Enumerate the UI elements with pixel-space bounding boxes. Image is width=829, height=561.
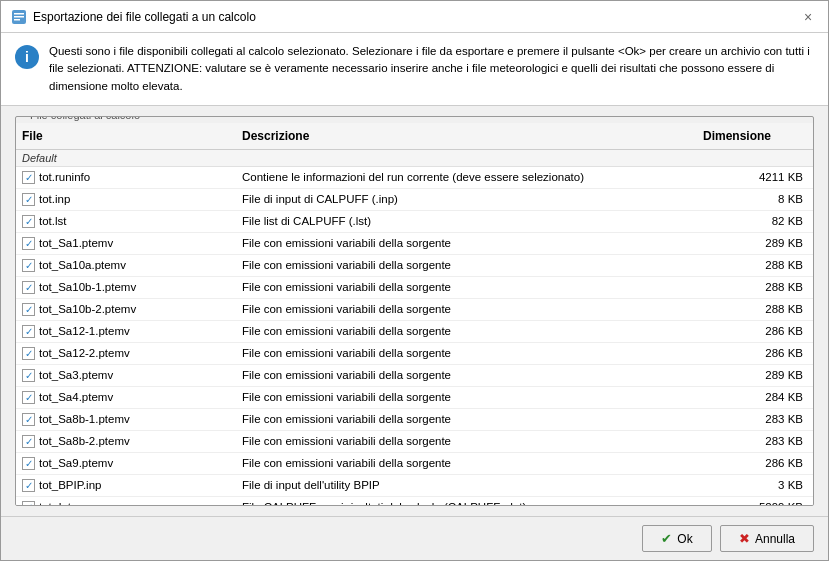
size-cell: 82 KB [713,213,813,229]
file-name: tot_BPIP.inp [39,479,101,491]
size-cell: 283 KB [713,411,813,427]
content-area: File collegati al calcolo File Descrizio… [1,106,828,516]
size-cell: 288 KB [713,301,813,317]
file-cell: ✓tot_Sa8b-1.ptemv [16,411,236,428]
group-box: File collegati al calcolo File Descrizio… [15,116,814,506]
file-cell: ✓tot_BPIP.inp [16,477,236,494]
file-checkbox[interactable]: ✓ [22,325,35,338]
file-checkbox[interactable]: ✓ [22,237,35,250]
file-cell: ✓tot_Sa1.ptemv [16,235,236,252]
table-row[interactable]: ✓tot_Sa3.ptemvFile con emissioni variabi… [16,365,813,387]
table-row[interactable]: ✓tot.inpFile di input di CALPUFF (.inp)8… [16,189,813,211]
size-cell: 286 KB [713,455,813,471]
main-dialog: Esportazione dei file collegati a un cal… [0,0,829,561]
close-button[interactable]: × [798,7,818,27]
table-row[interactable]: ✓tot_BPIP.inpFile di input dell'utility … [16,475,813,497]
table-row[interactable]: ✓tot.lstFile list di CALPUFF (.lst)82 KB [16,211,813,233]
file-checkbox[interactable]: ✓ [22,193,35,206]
file-checkbox[interactable]: ✓ [22,501,35,505]
col-header-scroll [797,127,813,145]
file-checkbox[interactable]: ✓ [22,391,35,404]
size-cell: 289 KB [713,235,813,251]
table-row[interactable]: ✓tot_Sa10a.ptemvFile con emissioni varia… [16,255,813,277]
cancel-button[interactable]: ✖ Annulla [720,525,814,552]
info-icon: i [15,45,39,69]
file-checkbox[interactable]: ✓ [22,369,35,382]
col-header-file: File [16,127,236,145]
file-name: tot_Sa1.ptemv [39,237,113,249]
dialog-title: Esportazione dei file collegati a un cal… [33,10,256,24]
desc-cell: Contiene le informazioni del run corrent… [236,169,713,185]
col-header-size: Dimensione [697,127,797,145]
file-checkbox[interactable]: ✓ [22,479,35,492]
svg-rect-2 [14,16,24,18]
file-name: tot_Sa8b-2.ptemv [39,435,130,447]
desc-cell: File con emissioni variabili della sorge… [236,257,713,273]
ok-icon: ✔ [661,531,672,546]
desc-cell: File di input dell'utility BPIP [236,477,713,493]
desc-cell: File CALPUFF con i risultati del calcolo… [236,499,713,505]
desc-cell: File con emissioni variabili della sorge… [236,279,713,295]
size-cell: 8 KB [713,191,813,207]
table-row[interactable]: ✓tot_Sa10b-2.ptemvFile con emissioni var… [16,299,813,321]
table-body[interactable]: Default✓tot.runinfoContiene le informazi… [16,150,813,505]
file-cell: ✓tot_Sa10a.ptemv [16,257,236,274]
file-cell: ✓tot_Sa12-2.ptemv [16,345,236,362]
file-checkbox[interactable]: ✓ [22,259,35,272]
file-table: File Descrizione Dimensione Default✓tot.… [16,123,813,505]
file-checkbox[interactable]: ✓ [22,171,35,184]
file-name: tot_Sa10a.ptemv [39,259,126,271]
group-default: Default [16,150,813,167]
size-cell: 286 KB [713,323,813,339]
desc-cell: File con emissioni variabili della sorge… [236,235,713,251]
dialog-icon [11,9,27,25]
desc-cell: File con emissioni variabili della sorge… [236,367,713,383]
file-cell: ✓tot_Sa10b-1.ptemv [16,279,236,296]
table-row[interactable]: ✓tot_Sa8b-2.ptemvFile con emissioni vari… [16,431,813,453]
table-row[interactable]: ✓tot_Sa12-2.ptemvFile con emissioni vari… [16,343,813,365]
file-name: tot_Sa3.ptemv [39,369,113,381]
file-name: tot_Sa10b-2.ptemv [39,303,136,315]
table-row[interactable]: ✓tot_Sa10b-1.ptemvFile con emissioni var… [16,277,813,299]
title-bar: Esportazione dei file collegati a un cal… [1,1,828,33]
file-checkbox[interactable]: ✓ [22,435,35,448]
desc-cell: File con emissioni variabili della sorge… [236,433,713,449]
cancel-icon: ✖ [739,531,750,546]
file-name: tot_Sa12-2.ptemv [39,347,130,359]
file-cell: ✓tot_Sa10b-2.ptemv [16,301,236,318]
file-name: tot_Sa10b-1.ptemv [39,281,136,293]
file-name: tot.dat [39,501,71,505]
file-cell: ✓tot.lst [16,213,236,230]
desc-cell: File con emissioni variabili della sorge… [236,323,713,339]
file-checkbox[interactable]: ✓ [22,215,35,228]
desc-cell: File list di CALPUFF (.lst) [236,213,713,229]
size-cell: 3 KB [713,477,813,493]
table-row[interactable]: ✓tot_Sa4.ptemvFile con emissioni variabi… [16,387,813,409]
svg-rect-1 [14,13,24,15]
size-cell: 289 KB [713,367,813,383]
file-name: tot_Sa4.ptemv [39,391,113,403]
size-cell: 283 KB [713,433,813,449]
size-cell: 286 KB [713,345,813,361]
table-row[interactable]: ✓tot.datFile CALPUFF con i risultati del… [16,497,813,505]
table-row[interactable]: ✓tot_Sa9.ptemvFile con emissioni variabi… [16,453,813,475]
file-checkbox[interactable]: ✓ [22,347,35,360]
size-cell: 284 KB [713,389,813,405]
file-checkbox[interactable]: ✓ [22,413,35,426]
col-header-desc: Descrizione [236,127,697,145]
desc-cell: File di input di CALPUFF (.inp) [236,191,713,207]
table-row[interactable]: ✓tot_Sa1.ptemvFile con emissioni variabi… [16,233,813,255]
file-cell: ✓tot_Sa3.ptemv [16,367,236,384]
file-cell: ✓tot_Sa8b-2.ptemv [16,433,236,450]
table-row[interactable]: ✓tot_Sa12-1.ptemvFile con emissioni vari… [16,321,813,343]
ok-button[interactable]: ✔ Ok [642,525,712,552]
ok-label: Ok [677,532,692,546]
file-checkbox[interactable]: ✓ [22,281,35,294]
table-row[interactable]: ✓tot_Sa8b-1.ptemvFile con emissioni vari… [16,409,813,431]
table-row[interactable]: ✓tot.runinfoContiene le informazioni del… [16,167,813,189]
info-section: i Questi sono i file disponibili collega… [1,33,828,106]
desc-cell: File con emissioni variabili della sorge… [236,389,713,405]
file-checkbox[interactable]: ✓ [22,457,35,470]
group-label: File collegati al calcolo [26,116,144,121]
file-checkbox[interactable]: ✓ [22,303,35,316]
